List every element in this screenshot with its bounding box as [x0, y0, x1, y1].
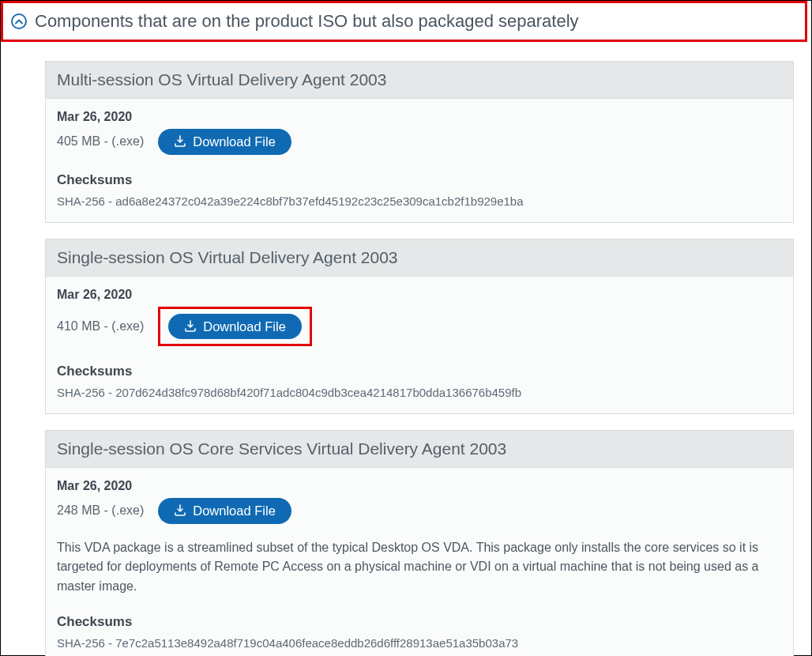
- section-title: Components that are on the product ISO b…: [35, 11, 579, 32]
- checksums-heading: Checksums: [57, 172, 782, 188]
- download-file-button[interactable]: Download File: [168, 314, 302, 340]
- download-file-button[interactable]: Download File: [158, 129, 291, 155]
- card-title: Multi-session OS Virtual Delivery Agent …: [46, 62, 793, 99]
- card-description: This VDA package is a streamlined subset…: [57, 538, 782, 597]
- card-title: Single-session OS Virtual Delivery Agent…: [46, 239, 793, 277]
- checksums-heading: Checksums: [57, 614, 782, 630]
- release-date: Mar 26, 2020: [57, 110, 782, 124]
- download-icon: [174, 504, 186, 517]
- release-date: Mar 26, 2020: [57, 479, 782, 493]
- checksum-value: SHA-256 - 7e7c2a5113e8492a48f719c04a406f…: [57, 636, 782, 650]
- file-size: 248 MB - (.exe): [57, 503, 144, 518]
- file-size: 405 MB - (.exe): [57, 134, 144, 149]
- file-size: 410 MB - (.exe): [57, 319, 144, 334]
- download-file-button[interactable]: Download File: [158, 498, 291, 524]
- download-card: Single-session OS Virtual Delivery Agent…: [45, 239, 794, 415]
- highlight-box: Download File: [158, 307, 312, 347]
- card-title: Single-session OS Core Services Virtual …: [46, 431, 793, 468]
- download-label: Download File: [193, 504, 276, 518]
- download-label: Download File: [193, 135, 276, 149]
- download-icon: [174, 135, 186, 148]
- download-label: Download File: [203, 320, 286, 334]
- download-icon: [184, 320, 197, 333]
- checksum-value: SHA-256 - ad6a8e24372c042a39e224c8bf7b37…: [57, 194, 782, 208]
- section-expander[interactable]: Components that are on the product ISO b…: [1, 1, 807, 42]
- download-card: Single-session OS Core Services Virtual …: [45, 430, 794, 656]
- download-card: Multi-session OS Virtual Delivery Agent …: [45, 61, 794, 223]
- chevron-up-icon: [11, 13, 27, 29]
- checksum-value: SHA-256 - 207d624d38fc978d68bf420f71adc8…: [57, 386, 782, 399]
- checksums-heading: Checksums: [57, 364, 782, 379]
- release-date: Mar 26, 2020: [57, 288, 782, 302]
